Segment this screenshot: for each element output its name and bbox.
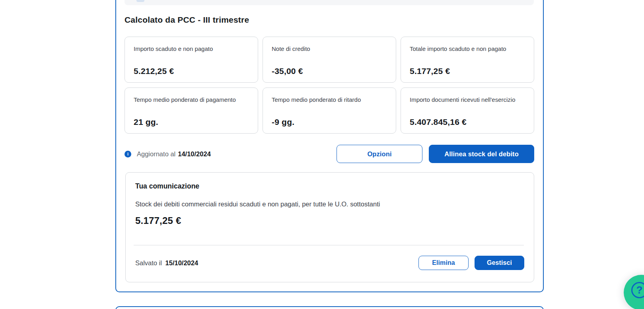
divider [134,245,524,245]
updated-label: Aggiornato al [137,150,175,158]
stat-value: 5.177,25 € [410,66,525,76]
update-actions-row: i Aggiornato al 14/10/2024 Opzioni Allin… [125,145,534,163]
updated-date: 14/10/2024 [178,150,211,158]
stat-value: 5.407.845,16 € [410,117,525,127]
stat-label: Importo scaduto e non pagato [134,44,242,54]
truncated-chip [136,0,144,2]
stat-card-tempo-ritardo: Tempo medio ponderato di ritardo -9 gg. [263,87,396,134]
communication-card: Tua comunicazione Stock dei debiti comme… [125,172,534,282]
saved-date: 15/10/2024 [165,259,198,266]
stat-value: 21 gg. [134,117,249,127]
manage-button[interactable]: Gestisci [475,256,524,270]
stat-card-tempo-pagamento: Tempo medio ponderato di pagamento 21 gg… [125,87,258,134]
truncated-row-above [125,0,534,5]
question-mark-icon: ? [631,282,644,298]
communication-actions: Elimina Gestisci [418,256,524,270]
stats-grid: Importo scaduto e non pagato 5.212,25 € … [125,37,534,134]
stat-label: Importo documenti ricevuti nell'esercizi… [410,95,518,105]
stat-label: Note di credito [272,44,380,54]
stat-value: -9 gg. [272,117,387,127]
delete-button[interactable]: Elimina [418,256,469,270]
stat-value: 5.212,25 € [134,66,249,76]
stat-label: Tempo medio ponderato di ritardo [272,95,380,105]
info-icon[interactable]: i [125,151,131,157]
stat-card-importo-scaduto: Importo scaduto e non pagato 5.212,25 € [125,37,258,83]
section-title: Calcolato da PCC - III trimestre [125,15,249,25]
communication-description: Stock dei debiti commerciali residui sca… [135,200,524,208]
communication-footer: Salvato il 15/10/2024 Elimina Gestisci [135,256,524,270]
saved-status: Salvato il 15/10/2024 [135,259,198,267]
communication-title: Tua comunicazione [135,181,524,191]
next-section-panel [115,306,544,309]
saved-label: Salvato il [135,259,162,266]
section-actions: Opzioni Allinea stock del debito [337,145,534,163]
stat-card-totale-importo: Totale importo scaduto e non pagato 5.17… [401,37,534,83]
communication-amount: 5.177,25 € [135,214,524,227]
page: Calcolato da PCC - III trimestre Importo… [0,0,644,309]
stat-label: Totale importo scaduto e non pagato [410,44,518,54]
help-button[interactable]: ? [624,275,644,309]
stat-card-importo-documenti: Importo documenti ricevuti nell'esercizi… [401,87,534,134]
stat-label: Tempo medio ponderato di pagamento [134,95,242,105]
align-debt-stock-button[interactable]: Allinea stock del debito [429,145,534,163]
options-button[interactable]: Opzioni [337,145,422,163]
stat-card-note-credito: Note di credito -35,00 € [263,37,396,83]
pcc-quarter-panel: Calcolato da PCC - III trimestre Importo… [115,0,544,292]
stat-value: -35,00 € [272,66,387,76]
updated-status: i Aggiornato al 14/10/2024 [125,150,211,158]
